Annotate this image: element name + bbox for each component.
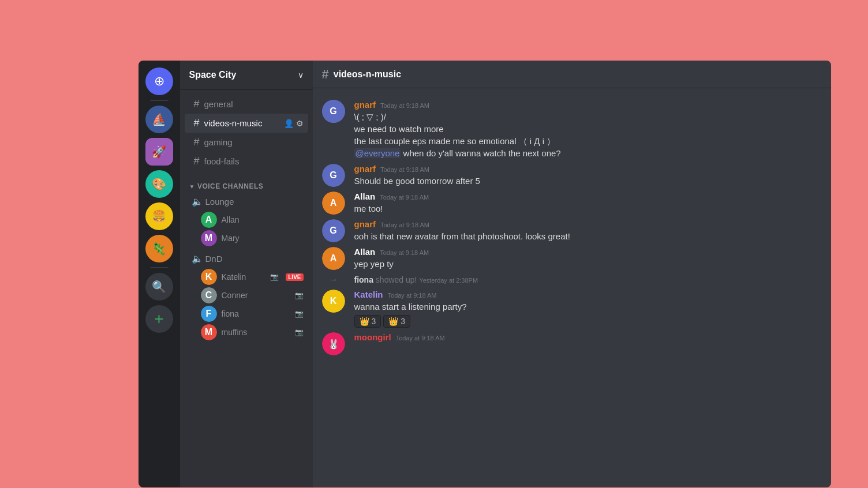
fiona-avatar: F: [201, 306, 217, 322]
voice-channel-dnd[interactable]: 🔈 DnD: [185, 250, 308, 268]
channel-item-gaming[interactable]: # gaming: [185, 133, 308, 152]
message-author-allan-2[interactable]: Allan: [354, 247, 376, 257]
message-header-gnarf-2: gnarf Today at 9:18 AM: [354, 164, 822, 174]
voice-user-conner[interactable]: C Conner 📷: [185, 286, 308, 305]
muffins-voice-name: muffins: [222, 328, 290, 337]
dnd-label: DnD: [205, 254, 223, 264]
message-content-moongirl: moongirl Today at 9:18 AM: [354, 332, 822, 355]
conner-voice-name: Conner: [222, 291, 290, 300]
message-timestamp-allan-1: Today at 9:18 AM: [380, 194, 429, 201]
voice-user-mary[interactable]: M Mary: [185, 229, 308, 247]
message-author-katelin[interactable]: Katelin: [354, 290, 383, 299]
add-server-button[interactable]: +: [145, 305, 173, 333]
muffins-avatar: M: [201, 324, 217, 340]
server-icon-food[interactable]: 🍔: [145, 202, 173, 230]
mary-voice-name: Mary: [222, 234, 304, 243]
message-content-gnarf-2: gnarf Today at 9:18 AM Should be good to…: [354, 164, 822, 187]
message-header-moongirl: moongirl Today at 9:18 AM: [354, 332, 822, 342]
channel-label-videos: videos-n-music: [204, 118, 263, 128]
message-group-allan-2: A Allan Today at 9:18 AM yep yep ty: [313, 245, 831, 272]
message-header-allan-1: Allan Today at 9:18 AM: [354, 192, 822, 201]
add-member-icon[interactable]: 👤: [284, 119, 294, 128]
hash-icon: #: [194, 155, 200, 167]
server-icon-sailboat[interactable]: ⛵: [145, 106, 173, 133]
message-text-allan-2: yep yep ty: [354, 258, 822, 270]
gnarf-avatar-circle-1: G: [322, 100, 345, 123]
message-text-gnarf-2: Should be good tomorrow after 5: [354, 175, 822, 187]
channel-label-food-fails: food-fails: [204, 156, 240, 166]
message-timestamp-gnarf-3: Today at 9:18 AM: [380, 222, 429, 228]
fiona-voice-name: fiona: [222, 309, 290, 318]
katelin-avatar-circle-chat: K: [322, 290, 345, 313]
channel-actions: 👤 ⚙: [284, 119, 304, 128]
camera-icon-katelin: 📷: [270, 273, 279, 281]
message-content-allan-2: Allan Today at 9:18 AM yep yep ty: [354, 247, 822, 270]
server-icon-discord[interactable]: ⊕: [145, 67, 173, 95]
message-text-katelin: wanna start a listening party?: [354, 301, 822, 313]
reaction-count-2: 3: [401, 317, 405, 326]
speaker-icon-dnd: 🔈: [192, 253, 203, 264]
message-group-gnarf-1: G gnarf Today at 9:18 AM \( ; ▽ ; )/ we …: [313, 97, 831, 162]
voice-user-muffins[interactable]: M muffins 📷: [185, 323, 308, 341]
mary-avatar: M: [201, 230, 217, 246]
message-text-allan-1: me too!: [354, 202, 822, 215]
allan-avatar-circle-1: A: [322, 192, 345, 215]
server-icon-art[interactable]: 🎨: [145, 170, 173, 198]
voice-channel-lounge[interactable]: 🔈 Lounge: [185, 193, 308, 211]
chat-header: # videos-n-music: [313, 61, 831, 88]
server-icon-creature[interactable]: 🦎: [145, 235, 173, 262]
channel-item-videos-n-music[interactable]: # videos-n-music 👤 ⚙: [185, 114, 308, 133]
allan-avatar-circle-2: A: [322, 247, 345, 270]
sailboat-emoji: ⛵: [152, 112, 166, 126]
katelin-avatar-chat: K: [322, 290, 345, 313]
mary-avatar-circle: M: [201, 230, 217, 246]
message-text-gnarf-3: ooh is that new avatar from that photosh…: [354, 230, 822, 242]
message-author-gnarf-2[interactable]: gnarf: [354, 164, 376, 174]
voice-user-katelin[interactable]: K Katelin 📷 LIVE: [185, 268, 308, 286]
chevron-down-icon: ∨: [298, 70, 304, 80]
reaction-crown-2[interactable]: 👑 3: [383, 315, 410, 328]
katelin-avatar: K: [201, 269, 217, 285]
system-timestamp: Yesterday at 2:38PM: [419, 277, 478, 284]
message-author-allan-1[interactable]: Allan: [354, 192, 376, 201]
server-list: ⊕ ⛵ 🚀 🎨 🍔 🦎 🔍 +: [139, 61, 180, 487]
channel-hash-icon: #: [322, 67, 329, 82]
message-author-gnarf-3[interactable]: gnarf: [354, 219, 376, 229]
server-header[interactable]: Space City ∨: [180, 61, 313, 90]
message-timestamp-gnarf-1: Today at 9:18 AM: [380, 102, 429, 109]
voice-channels-label: VOICE CHANNELS: [197, 182, 263, 190]
voice-user-fiona[interactable]: F fiona 📷: [185, 305, 308, 323]
chat-channel-name: videos-n-music: [334, 69, 401, 80]
message-author-moongirl[interactable]: moongirl: [354, 332, 391, 342]
voice-channels-header[interactable]: ▼ VOICE CHANNELS: [180, 180, 313, 193]
crown-emoji-2: 👑: [388, 317, 398, 326]
server-name: Space City: [189, 70, 237, 80]
system-action: showed up!: [376, 275, 420, 284]
app-container: ⊕ ⛵ 🚀 🎨 🍔 🦎 🔍 + Space City ∨: [139, 61, 831, 487]
arrow-right-icon: →: [322, 275, 345, 285]
message-group-katelin: K Katelin Today at 9:18 AM wanna start a…: [313, 287, 831, 330]
message-author-gnarf[interactable]: gnarf: [354, 100, 376, 110]
crown-emoji-1: 👑: [360, 317, 369, 326]
conner-avatar-circle: C: [201, 287, 217, 303]
gnarf-avatar-1: G: [322, 100, 345, 123]
art-emoji: 🎨: [152, 177, 166, 191]
message-content-katelin: Katelin Today at 9:18 AM wanna start a l…: [354, 290, 822, 328]
server-search-button[interactable]: 🔍: [145, 273, 173, 301]
chat-messages[interactable]: G gnarf Today at 9:18 AM \( ; ▽ ; )/ we …: [313, 88, 831, 487]
speaker-icon: 🔈: [192, 196, 203, 207]
katelin-avatar-circle: K: [201, 269, 217, 285]
reaction-crown-1[interactable]: 👑 3: [354, 315, 381, 328]
channel-sidebar: Space City ∨ # general # videos-n-music …: [180, 61, 313, 487]
channel-item-general[interactable]: # general: [185, 95, 308, 114]
channel-item-food-fails[interactable]: # food-fails: [185, 152, 308, 171]
settings-icon[interactable]: ⚙: [296, 119, 304, 128]
server-icon-space-city[interactable]: 🚀: [145, 138, 173, 166]
reaction-bar-katelin: 👑 3 👑 3: [354, 315, 822, 328]
gnarf-avatar-circle-2: G: [322, 164, 345, 187]
camera-icon-muffins: 📷: [295, 328, 304, 336]
creature-emoji: 🦎: [152, 242, 166, 256]
moongirl-avatar-circle: 🐰: [322, 332, 345, 355]
voice-user-allan[interactable]: A Allan: [185, 211, 308, 229]
allan-voice-name: Allan: [222, 215, 304, 224]
